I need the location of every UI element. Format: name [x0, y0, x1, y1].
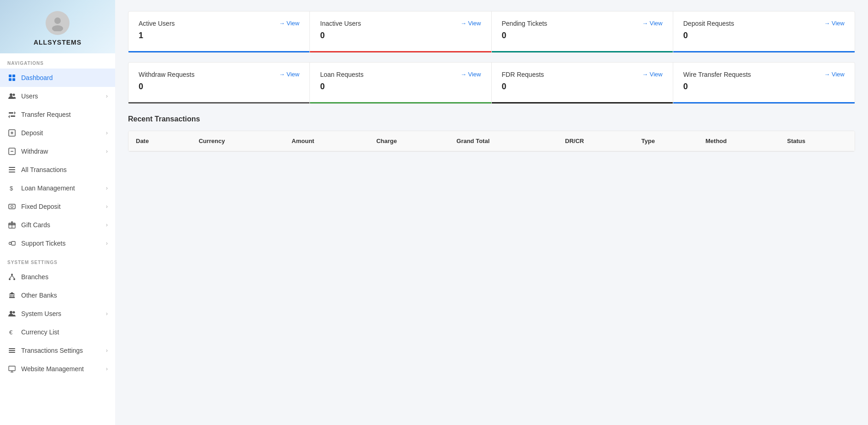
chevron-right-icon: › — [106, 185, 108, 191]
svg-rect-18 — [9, 169, 15, 170]
transactions-table: Date Currency Amount Charge Grand Total … — [128, 131, 855, 151]
svg-rect-4 — [9, 78, 12, 81]
sidebar-item-all-transactions[interactable]: All Transactions — [0, 161, 115, 179]
pending-tickets-title: Pending Tickets — [502, 20, 548, 27]
sidebar: ALLSYSTEMS NAVIGATIONS Dashboard Users ›… — [0, 0, 115, 425]
system-users-icon — [7, 309, 17, 318]
fdr-requests-title: FDR Requests — [502, 71, 544, 78]
fdr-requests-value: 0 — [502, 82, 663, 97]
chevron-right-icon: › — [106, 130, 108, 136]
sidebar-item-other-banks[interactable]: Other Banks — [0, 286, 115, 304]
stat-card-inactive-users: Inactive Users → View 0 — [310, 11, 491, 52]
svg-point-38 — [10, 311, 12, 314]
withdraw-requests-view-link[interactable]: → View — [279, 71, 300, 78]
sidebar-item-transfer-label: Transfer Request — [21, 111, 71, 118]
sidebar-item-support-tickets[interactable]: Support Tickets › — [0, 234, 115, 253]
sidebar-item-currency-list-label: Currency List — [21, 328, 59, 336]
svg-line-31 — [10, 276, 12, 278]
withdraw-requests-value: 0 — [139, 82, 299, 97]
withdraw-requests-title: Withdraw Requests — [139, 71, 194, 78]
sidebar-item-deposit[interactable]: Deposit › — [0, 124, 115, 142]
bank-icon — [7, 291, 17, 300]
stat-card-deposit-requests: Deposit Requests → View 0 — [673, 11, 855, 52]
chevron-right-icon: › — [106, 310, 108, 317]
recent-transactions-title: Recent Transactions — [128, 115, 855, 123]
sidebar-item-gift-cards-label: Gift Cards — [21, 221, 50, 229]
sidebar-item-currency-list[interactable]: € Currency List — [0, 323, 115, 341]
svg-point-28 — [11, 274, 13, 276]
ticket-icon — [7, 239, 17, 248]
fdr-requests-bar — [492, 102, 673, 103]
sidebar-item-fixed-deposit[interactable]: Fixed Deposit › — [0, 197, 115, 216]
chevron-right-icon: › — [106, 240, 108, 247]
pending-tickets-value: 0 — [502, 31, 663, 46]
svg-marker-11 — [8, 115, 10, 118]
sidebar-item-support-label: Support Tickets — [21, 240, 66, 247]
sidebar-item-branches[interactable]: Branches — [0, 268, 115, 286]
avatar — [46, 11, 70, 35]
sidebar-item-all-transactions-label: All Transactions — [21, 166, 67, 173]
svg-rect-27 — [12, 241, 15, 245]
wire-transfer-view-link[interactable]: → View — [824, 71, 845, 78]
svg-rect-34 — [9, 297, 15, 298]
chevron-right-icon: › — [106, 222, 108, 228]
monitor-icon — [7, 364, 17, 373]
svg-rect-2 — [9, 75, 12, 77]
table-header: Date Currency Amount Charge Grand Total … — [128, 131, 855, 151]
deposit-requests-view-link[interactable]: → View — [824, 20, 845, 27]
col-amount: Amount — [284, 131, 369, 151]
withdraw-icon — [7, 147, 17, 156]
svg-point-0 — [54, 17, 61, 24]
svg-point-7 — [13, 94, 15, 96]
pending-tickets-view-link[interactable]: → View — [642, 20, 663, 27]
pending-tickets-bar — [492, 51, 673, 52]
sidebar-item-transactions-settings[interactable]: Transactions Settings › — [0, 341, 115, 360]
sidebar-item-loan-label: Loan Management — [21, 184, 75, 192]
active-users-bar — [128, 51, 309, 52]
svg-marker-33 — [9, 292, 15, 294]
svg-rect-3 — [12, 75, 15, 77]
active-users-view-link[interactable]: → View — [279, 20, 300, 27]
svg-text:€: € — [9, 329, 13, 336]
fdr-requests-view-link[interactable]: → View — [642, 71, 663, 78]
svg-rect-44 — [9, 366, 15, 371]
svg-point-6 — [10, 93, 12, 96]
sidebar-item-dashboard[interactable]: Dashboard — [0, 69, 115, 87]
main-content: Active Users → View 1 Inactive Users → V… — [115, 0, 868, 425]
active-users-title: Active Users — [139, 20, 175, 27]
deposit-requests-value: 0 — [683, 31, 845, 46]
inactive-users-view-link[interactable]: → View — [460, 20, 481, 27]
stat-card-wire-transfer: Wire Transfer Requests → View 0 — [673, 63, 855, 103]
stat-card-pending-tickets: Pending Tickets → View 0 — [492, 11, 673, 52]
col-charge: Charge — [369, 131, 449, 151]
stat-card-fdr-requests: FDR Requests → View 0 — [492, 63, 673, 103]
sidebar-item-website-management[interactable]: Website Management › — [0, 360, 115, 378]
svg-rect-21 — [9, 204, 15, 209]
sidebar-item-users[interactable]: Users › — [0, 87, 115, 105]
sidebar-item-system-users[interactable]: System Users › — [0, 304, 115, 323]
sidebar-item-fixed-deposit-label: Fixed Deposit — [21, 203, 61, 210]
sidebar-item-transfer-request[interactable]: Transfer Request — [0, 105, 115, 124]
sidebar-item-deposit-label: Deposit — [21, 129, 43, 137]
sidebar-item-withdraw[interactable]: Withdraw › — [0, 142, 115, 161]
deposit-requests-title: Deposit Requests — [683, 20, 734, 27]
deposit-requests-bar — [673, 51, 855, 52]
svg-line-32 — [12, 276, 14, 278]
chevron-right-icon: › — [106, 347, 108, 354]
deposit-icon — [7, 128, 17, 138]
svg-rect-41 — [9, 348, 15, 349]
loan-requests-view-link[interactable]: → View — [460, 71, 481, 78]
sidebar-item-dashboard-label: Dashboard — [21, 74, 53, 81]
sidebar-item-withdraw-label: Withdraw — [21, 148, 48, 155]
sidebar-header: ALLSYSTEMS — [0, 0, 115, 53]
sidebar-item-loan-management[interactable]: $ Loan Management › — [0, 179, 115, 197]
sidebar-item-gift-cards[interactable]: Gift Cards › — [0, 216, 115, 234]
svg-text:$: $ — [10, 185, 13, 192]
settings-icon — [7, 346, 17, 355]
loan-requests-title: Loan Requests — [320, 71, 363, 78]
nav-section-label: NAVIGATIONS — [0, 53, 115, 69]
inactive-users-value: 0 — [320, 31, 481, 46]
sidebar-item-website-management-label: Website Management — [21, 365, 84, 373]
sidebar-item-branches-label: Branches — [21, 273, 48, 281]
inactive-users-bar — [310, 51, 491, 52]
